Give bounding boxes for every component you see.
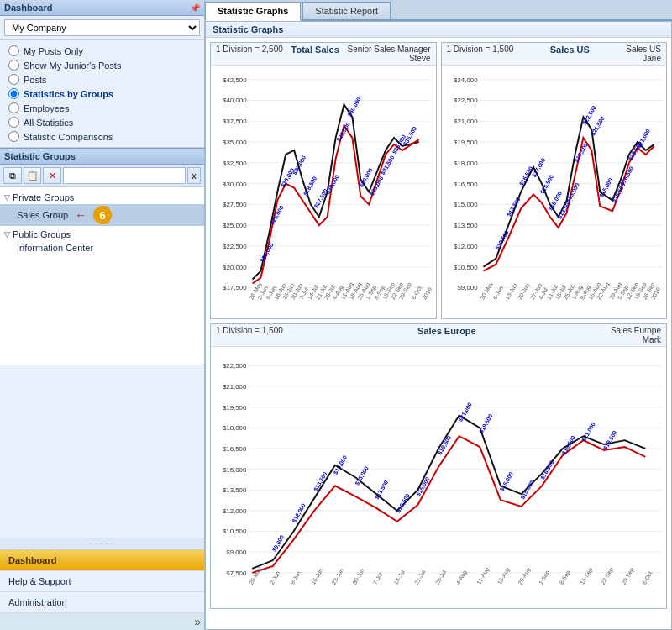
- svg-text:$30,000: $30,000: [223, 181, 247, 188]
- nav-radio-employees[interactable]: [8, 102, 19, 113]
- paste-button[interactable]: 📋: [24, 167, 42, 184]
- sales-group-item[interactable]: Sales Group ← 6: [0, 204, 204, 226]
- nav-item-statistic-comparisons[interactable]: Statistic Comparisons: [0, 129, 204, 144]
- dashboard-nav-button[interactable]: Dashboard: [0, 550, 204, 571]
- svg-text:$19,500: $19,500: [561, 434, 577, 456]
- sidebar-more: »: [0, 613, 204, 630]
- svg-text:$13,500: $13,500: [223, 486, 247, 494]
- svg-text:$18,000: $18,000: [454, 160, 478, 167]
- sales-us-subtitle-right: Sales USJane: [626, 45, 661, 63]
- more-button[interactable]: »: [194, 615, 201, 628]
- svg-text:$22,500: $22,500: [454, 97, 478, 104]
- svg-text:$37,500: $37,500: [223, 118, 247, 125]
- svg-text:$21,000: $21,000: [223, 383, 247, 391]
- svg-text:$15,000: $15,000: [454, 201, 478, 208]
- svg-text:$20,000: $20,000: [223, 264, 247, 271]
- expand-icon: ▽: [4, 193, 10, 202]
- nav-radio-posts[interactable]: [8, 74, 19, 85]
- badge-number: 6: [93, 206, 112, 224]
- pin-icon[interactable]: 📌: [190, 3, 200, 13]
- information-center-label: Information Center: [17, 243, 93, 253]
- svg-text:$10,500: $10,500: [454, 264, 478, 271]
- public-groups-label: Public Groups: [13, 229, 71, 239]
- sidebar-header: Dashboard 📌: [0, 0, 204, 16]
- sales-europe-title-bar: 1 Division = 1,500 Sales Europe Sales Eu…: [211, 324, 666, 347]
- sidebar-title: Dashboard: [4, 3, 52, 13]
- nav-label-statistics-by-groups: Statistics by Groups: [24, 89, 113, 99]
- tab-statistic-graphs[interactable]: Statistic Graphs: [205, 2, 301, 21]
- sales-europe-chart: $22,500 $21,000 $19,500 $18,000 $16,500 …: [211, 347, 666, 608]
- nav-radio-all-statistics[interactable]: [8, 117, 19, 128]
- groups-tree: ▽ Private Groups Sales Group ← 6 ▽ Publi…: [0, 187, 204, 365]
- svg-text:$21,000: $21,000: [454, 118, 478, 125]
- svg-text:$21,000: $21,000: [580, 421, 596, 443]
- nav-radio-show-junior[interactable]: [8, 60, 19, 71]
- copy-button[interactable]: ⧉: [3, 167, 22, 184]
- nav-item-my-posts[interactable]: My Posts Only: [0, 44, 204, 58]
- search-input[interactable]: [63, 167, 186, 184]
- nav-item-statistics-by-groups[interactable]: Statistics by Groups: [0, 87, 204, 101]
- resize-handle[interactable]: · · · · ·: [0, 538, 204, 549]
- svg-text:$32,500: $32,500: [223, 160, 247, 167]
- content-header: Statistic Graphs: [206, 22, 671, 38]
- svg-text:$19,500: $19,500: [478, 413, 494, 435]
- nav-radio-statistics-by-groups[interactable]: [8, 88, 19, 99]
- paste-icon: 📋: [27, 171, 39, 181]
- svg-text:$19,500: $19,500: [223, 404, 247, 412]
- svg-text:$42,500: $42,500: [223, 76, 247, 84]
- svg-text:$25,000: $25,000: [223, 222, 247, 229]
- svg-text:23-Jun: 23-Jun: [331, 567, 345, 585]
- svg-text:$30,000: $30,000: [291, 155, 308, 176]
- nav-item-all-statistics[interactable]: All Statistics: [0, 115, 204, 129]
- delete-button[interactable]: ✕: [43, 167, 61, 184]
- svg-text:15-Sep: 15-Sep: [579, 566, 594, 585]
- sidebar-spacer: [0, 365, 204, 538]
- svg-text:26-May: 26-May: [248, 565, 264, 585]
- company-select-wrap: My Company: [0, 16, 204, 40]
- public-groups-header[interactable]: ▽ Public Groups: [0, 228, 204, 241]
- total-sales-card: 1 Division = 2,500 Total Sales Senior Sa…: [210, 42, 437, 319]
- red-arrow-icon: ←: [75, 208, 87, 222]
- svg-text:28-Jul: 28-Jul: [434, 569, 448, 585]
- clear-search-button[interactable]: x: [187, 167, 201, 184]
- nav-label-employees: Employees: [24, 103, 69, 113]
- svg-text:$10,500: $10,500: [223, 528, 247, 536]
- sidebar: Dashboard 📌 My Company My Posts Only Sho…: [0, 0, 205, 630]
- svg-text:$12,000: $12,000: [454, 243, 478, 250]
- svg-text:$40,000: $40,000: [223, 97, 247, 104]
- groups-toolbar: ⧉ 📋 ✕ x: [0, 165, 204, 187]
- nav-item-posts[interactable]: Posts: [0, 72, 204, 87]
- administration-nav-button[interactable]: Administration: [0, 592, 204, 613]
- svg-text:$30,000: $30,000: [324, 174, 341, 196]
- svg-text:$21,500: $21,500: [590, 115, 606, 137]
- svg-text:14-Jul: 14-Jul: [393, 569, 407, 585]
- private-groups-header[interactable]: ▽ Private Groups: [0, 191, 204, 204]
- nav-item-employees[interactable]: Employees: [0, 101, 204, 115]
- company-select[interactable]: My Company: [4, 19, 200, 36]
- sales-group-label: Sales Group: [17, 210, 68, 220]
- sidebar-nav-bottom: Dashboard Help & Support Administration: [0, 549, 204, 613]
- svg-text:21-Jul: 21-Jul: [413, 569, 427, 585]
- statistic-groups-header: Statistic Groups: [0, 148, 204, 165]
- svg-text:11-Aug: 11-Aug: [475, 566, 491, 585]
- nav-radio-statistic-comparisons[interactable]: [8, 131, 19, 142]
- information-center-item[interactable]: Information Center: [0, 241, 204, 255]
- sales-europe-subtitle-left: 1 Division = 1,500: [216, 326, 283, 335]
- private-groups: ▽ Private Groups Sales Group ← 6: [0, 190, 204, 227]
- nav-label-posts: Posts: [24, 75, 47, 85]
- nav-radio-my-posts[interactable]: [8, 45, 19, 56]
- graphs-area: 1 Division = 2,500 Total Sales Senior Sa…: [206, 38, 671, 629]
- tab-statistic-report[interactable]: Statistic Report: [302, 2, 391, 19]
- svg-text:$9,000: $9,000: [271, 534, 286, 553]
- svg-text:7-Jul: 7-Jul: [372, 571, 384, 585]
- svg-text:25-Aug: 25-Aug: [517, 566, 532, 585]
- svg-text:22-Sep: 22-Sep: [600, 566, 615, 585]
- svg-text:$15,000: $15,000: [223, 466, 247, 474]
- svg-text:$19,500: $19,500: [437, 434, 453, 456]
- nav-item-show-junior[interactable]: Show My Junior's Posts: [0, 58, 204, 72]
- total-sales-body: $42,500 $40,000 $37,500 $35,000 $32,500 …: [211, 66, 436, 318]
- help-support-nav-button[interactable]: Help & Support: [0, 571, 204, 592]
- svg-text:$27,500: $27,500: [223, 201, 247, 208]
- sales-us-chart: $24,000 $22,500 $21,000 $19,500 $18,000 …: [442, 66, 667, 318]
- svg-text:$16,500: $16,500: [223, 445, 247, 453]
